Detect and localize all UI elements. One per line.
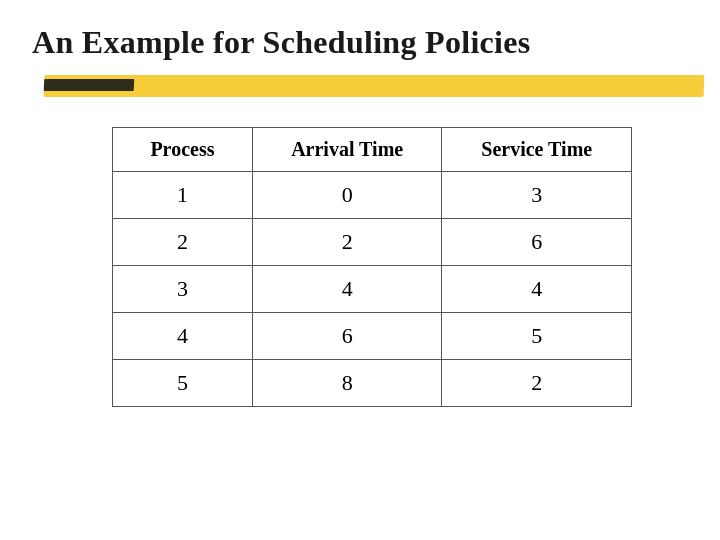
cell-process: 2 — [113, 219, 253, 266]
cell-arrival: 4 — [252, 266, 442, 313]
header-arrival: Arrival Time — [252, 128, 442, 172]
cell-arrival: 2 — [252, 219, 442, 266]
table-row: 103 — [113, 172, 632, 219]
black-mark — [44, 79, 135, 91]
cell-service: 5 — [442, 313, 632, 360]
cell-arrival: 8 — [252, 360, 442, 407]
yellow-highlight — [44, 75, 705, 97]
cell-process: 1 — [113, 172, 253, 219]
cell-service: 2 — [442, 360, 632, 407]
page: An Example for Scheduling Policies Proce… — [0, 0, 720, 540]
table-row: 582 — [113, 360, 632, 407]
scheduling-table: Process Arrival Time Service Time 103226… — [112, 127, 632, 407]
cell-service: 6 — [442, 219, 632, 266]
table-row: 344 — [113, 266, 632, 313]
header-process: Process — [113, 128, 253, 172]
table-container: Process Arrival Time Service Time 103226… — [112, 127, 688, 407]
header-service: Service Time — [442, 128, 632, 172]
cell-arrival: 6 — [252, 313, 442, 360]
cell-process: 3 — [113, 266, 253, 313]
highlighter-decoration — [32, 71, 688, 99]
cell-service: 3 — [442, 172, 632, 219]
page-title: An Example for Scheduling Policies — [32, 24, 688, 61]
cell-process: 4 — [113, 313, 253, 360]
cell-process: 5 — [113, 360, 253, 407]
cell-service: 4 — [442, 266, 632, 313]
cell-arrival: 0 — [252, 172, 442, 219]
table-row: 465 — [113, 313, 632, 360]
table-row: 226 — [113, 219, 632, 266]
